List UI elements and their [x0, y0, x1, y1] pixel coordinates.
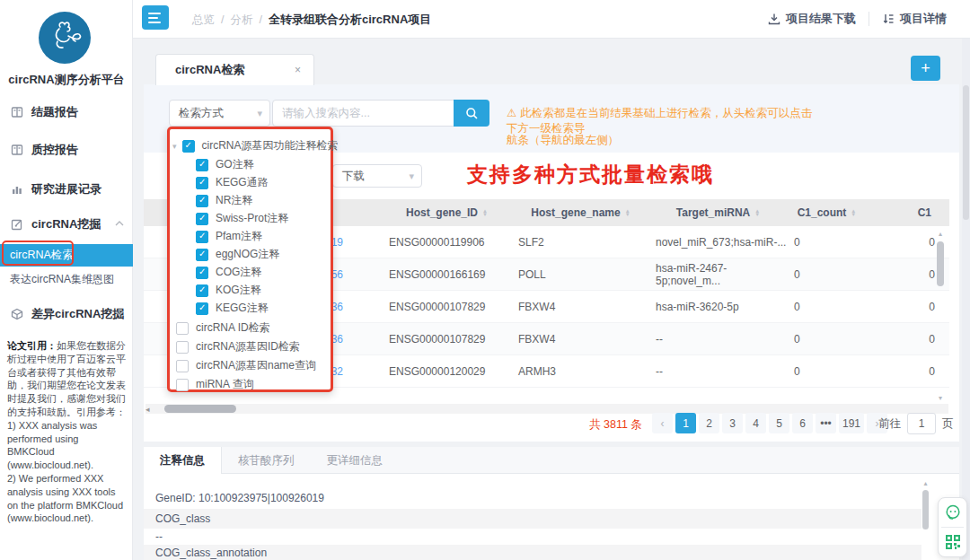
breadcrumb-overview[interactable]: 总览	[192, 13, 215, 28]
checkbox-checked-icon[interactable]	[196, 195, 208, 207]
page-scrollbar[interactable]	[962, 39, 970, 560]
tab-nucleotide-sequence[interactable]: 核苷酸序列	[222, 447, 311, 474]
dropdown-option[interactable]: miRNA 查询	[176, 377, 254, 392]
search-warning-line2: 航条（导航的最左侧）	[507, 133, 619, 148]
sidebar-item-circrna-mining[interactable]: circRNA挖掘	[0, 214, 133, 235]
project-details-button[interactable]: 项目详情	[869, 11, 959, 27]
dropdown-option[interactable]: circRNA源基因ID检索	[176, 339, 300, 354]
search-mode-select[interactable]: 检索方式 ▾	[169, 100, 270, 127]
scrollbar-thumb[interactable]	[922, 490, 929, 529]
page-button-last[interactable]: 191	[839, 413, 864, 433]
col-target-mirna[interactable]: Target_miRNA▲▼	[649, 206, 787, 219]
sort-icon[interactable]: ▲▼	[754, 209, 760, 217]
scroll-left-icon[interactable]: ◂	[146, 405, 150, 414]
sort-icon[interactable]: ▲▼	[625, 209, 630, 217]
page-button-1[interactable]: 1	[675, 413, 696, 433]
checkbox-checked-icon[interactable]	[182, 140, 195, 153]
dropdown-option[interactable]: Pfam注释	[196, 229, 262, 244]
scroll-down-icon[interactable]: ▾	[939, 394, 942, 402]
checkbox-unchecked-icon[interactable]	[176, 360, 189, 372]
host-gene-id-cell: ENSG00000107829	[382, 333, 512, 346]
detail-scrollbar[interactable]: ▴	[922, 479, 930, 558]
checkbox-checked-icon[interactable]	[196, 231, 208, 243]
col-c1-count[interactable]: C1_count▲▼	[787, 206, 867, 219]
sidebar-item-label: 表达circRNA集维恩图	[10, 273, 114, 285]
prev-page-button[interactable]: ‹	[652, 413, 673, 433]
warning-icon: ⚠	[507, 107, 516, 119]
dropdown-option[interactable]: circRNA源基因name查询	[176, 358, 316, 373]
checkbox-checked-icon[interactable]	[196, 302, 208, 315]
dropdown-option-label: Pfam注释	[216, 229, 262, 244]
dropdown-option[interactable]: eggNOG注释	[196, 247, 279, 262]
host-gene-name-cell: POLL	[512, 268, 649, 281]
dropdown-option[interactable]: KEGG通路	[196, 175, 269, 190]
scroll-up-icon[interactable]: ▴	[939, 230, 942, 238]
page-ellipsis[interactable]: •••	[816, 413, 836, 433]
dropdown-option[interactable]: KEGG注释	[196, 301, 269, 316]
sidebar-item-report[interactable]: 结题报告	[0, 101, 133, 123]
page-button-4[interactable]: 4	[745, 413, 766, 433]
checkbox-unchecked-icon[interactable]	[176, 379, 189, 391]
collapse-menu-button[interactable]	[142, 5, 169, 30]
c1-count-cell: 0	[787, 268, 867, 281]
tab-circrna-search[interactable]: circRNA检索 ×	[155, 54, 314, 85]
table-vertical-scrollbar[interactable]: ▴ ▾	[936, 230, 945, 402]
page-button-2[interactable]: 2	[699, 413, 719, 433]
checkbox-checked-icon[interactable]	[196, 284, 208, 297]
dropdown-option[interactable]: COG注释	[196, 265, 261, 280]
sidebar-item-label: 研究进展记录	[31, 181, 101, 197]
checkbox-checked-icon[interactable]	[196, 213, 208, 225]
breadcrumb-analysis[interactable]: 分析	[230, 13, 252, 28]
close-tab-icon[interactable]: ×	[295, 64, 301, 76]
dropdown-option[interactable]: Swiss-Prot注释	[196, 211, 288, 226]
dropdown-option[interactable]: KOG注释	[196, 283, 261, 298]
col-c1-extra[interactable]: C1	[867, 206, 949, 219]
page-button-6[interactable]: 6	[792, 413, 813, 433]
chevron-up-icon	[115, 221, 124, 226]
sidebar-item-venn[interactable]: 表达circRNA集维恩图	[10, 272, 114, 287]
download-select[interactable]: 下载 ▾	[332, 164, 422, 188]
tab-more-details[interactable]: 更详细信息	[311, 447, 400, 474]
search-button[interactable]	[454, 100, 489, 127]
checkbox-checked-icon[interactable]	[196, 267, 208, 279]
c1-count-cell: 0	[787, 236, 867, 249]
add-tab-button[interactable]: +	[911, 56, 940, 81]
checkbox-checked-icon[interactable]	[196, 249, 208, 261]
column-label: Target_miRNA	[676, 206, 750, 219]
col-host-gene-name[interactable]: Host_gene_name▲▼	[512, 206, 649, 219]
customer-service-button[interactable]	[939, 498, 966, 527]
scrollbar-thumb[interactable]	[963, 85, 969, 220]
citation-label: 论文引用：	[7, 340, 57, 351]
qr-code-button[interactable]	[939, 528, 966, 556]
sort-icon[interactable]: ▲▼	[482, 209, 488, 217]
checkbox-checked-icon[interactable]	[196, 177, 208, 189]
sidebar-item-progress[interactable]: 研究进展记录	[0, 179, 133, 200]
sort-icon[interactable]: ▲▼	[851, 209, 856, 217]
checkbox-unchecked-icon[interactable]	[176, 341, 189, 354]
sidebar-item-diff-mining[interactable]: 差异circRNA挖掘	[0, 303, 133, 325]
dropdown-option-parent[interactable]: ▾ circRNA源基因功能注释检索	[172, 138, 339, 153]
dropdown-option-label: KOG注释	[216, 283, 261, 298]
breadcrumb: 总览 / 分析 / 全转录组联合分析circRNA项目	[192, 12, 431, 28]
sidebar-item-circrna-search[interactable]: circRNA检索	[0, 244, 133, 267]
checkbox-unchecked-icon[interactable]	[176, 322, 189, 335]
search-input[interactable]	[272, 100, 454, 127]
dropdown-option[interactable]: circRNA ID检索	[176, 320, 270, 336]
sidebar-item-qc[interactable]: 质控报告	[0, 139, 133, 161]
checkbox-checked-icon[interactable]	[196, 159, 208, 171]
goto-page-input[interactable]	[907, 413, 936, 434]
dropdown-option[interactable]: GO注释	[196, 157, 254, 172]
scrollbar-thumb[interactable]	[937, 241, 944, 286]
scroll-up-icon[interactable]: ▴	[923, 479, 927, 487]
target-mirna-cell: novel_miR_673;hsa-miR-...	[649, 236, 787, 249]
dropdown-option[interactable]: NR注释	[196, 193, 252, 208]
project-download-button[interactable]: 项目结果下载	[755, 11, 869, 27]
tab-annotation-info[interactable]: 注释信息	[144, 447, 222, 474]
col-host-gene-id[interactable]: Host_gene_ID▲▼	[382, 206, 512, 219]
target-mirna-cell: --	[649, 333, 787, 346]
tree-caret-icon[interactable]: ▾	[172, 142, 177, 151]
scrollbar-thumb[interactable]	[164, 405, 236, 413]
page-button-3[interactable]: 3	[722, 413, 743, 433]
host-gene-id-cell: ENSG00000119906	[382, 236, 512, 249]
page-button-5[interactable]: 5	[769, 413, 789, 433]
